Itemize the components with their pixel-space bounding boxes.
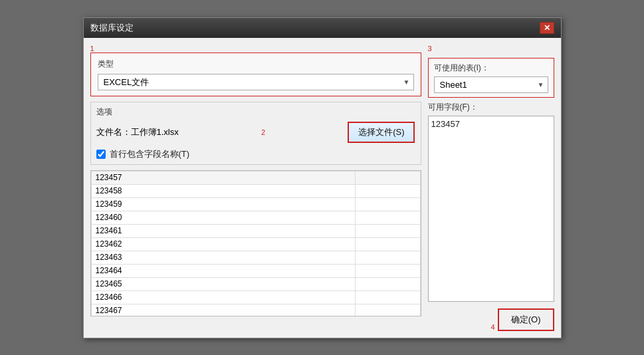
- cell-col1: 123466: [91, 291, 356, 304]
- cell-col2: [356, 211, 420, 224]
- type-section: 类型 EXCEL文件 CSV文件 数据库 ▼: [90, 53, 421, 96]
- cell-col2: [356, 224, 420, 237]
- table-row: 123458: [91, 184, 420, 197]
- checkbox-row: 首行包含字段名称(T): [96, 148, 415, 160]
- fields-value: 123457: [431, 119, 460, 129]
- type-section-header: 1: [90, 45, 421, 53]
- ok-section: 4 确定(O): [428, 308, 554, 331]
- cell-col2: [356, 264, 420, 277]
- type-marker: 1: [90, 45, 94, 53]
- table-row: 123459: [91, 197, 420, 211]
- file-value: 工作簿1.xlsx: [131, 127, 179, 137]
- cell-col1: 123464: [91, 264, 356, 277]
- cell-col1: 123465: [91, 277, 356, 291]
- table-row: 123461: [91, 224, 420, 237]
- options-section: 选项 文件名：工作簿1.xlsx 2 选择文件(S) 首行包含字段名称(T): [90, 102, 421, 165]
- cell-col1: 123459: [91, 197, 356, 211]
- options-label: 选项: [96, 106, 415, 118]
- file-row: 文件名：工作簿1.xlsx 2 选择文件(S): [96, 122, 415, 143]
- cell-col2: [356, 291, 420, 304]
- first-row-checkbox[interactable]: [96, 150, 106, 159]
- file-marker: 2: [261, 128, 265, 136]
- right-panel: 3 可使用的表(I)： Sheet1 Sheet2 Sheet3 ▼ 可用字段(…: [428, 45, 554, 331]
- sheet-select-wrapper: Sheet1 Sheet2 Sheet3 ▼: [434, 76, 548, 93]
- table-row: 123466: [91, 291, 420, 304]
- table-section: 可使用的表(I)： Sheet1 Sheet2 Sheet3 ▼: [428, 58, 554, 98]
- choose-file-button[interactable]: 选择文件(S): [348, 122, 415, 143]
- type-section-wrapper: 1 类型 EXCEL文件 CSV文件 数据库 ▼: [90, 45, 421, 96]
- dialog-body: 1 类型 EXCEL文件 CSV文件 数据库 ▼ 选项: [84, 38, 561, 338]
- cell-col1: 123460: [91, 211, 356, 224]
- type-select[interactable]: EXCEL文件 CSV文件 数据库: [98, 74, 414, 90]
- file-name-display: 文件名：工作簿1.xlsx: [96, 126, 179, 138]
- table-row: 123465: [91, 277, 420, 291]
- sheet-select[interactable]: Sheet1 Sheet2 Sheet3: [434, 76, 548, 93]
- first-row-label: 首行包含字段名称(T): [110, 148, 190, 160]
- table-row: 123460: [91, 211, 420, 224]
- table-row: 123464: [91, 264, 420, 277]
- ok-button[interactable]: 确定(O): [498, 308, 554, 331]
- data-table: 1234571234581234591234601234611234621234…: [91, 171, 421, 316]
- cell-col1: 123461: [91, 224, 356, 237]
- fields-section: 可用字段(F)： 123457: [428, 102, 554, 302]
- table-section-label: 可使用的表(I)：: [434, 62, 548, 74]
- cell-col2: [356, 184, 420, 197]
- cell-col1: 123462: [91, 237, 356, 251]
- cell-col2: [356, 237, 420, 251]
- cell-col2: [356, 197, 420, 211]
- table-row: 123467: [91, 304, 420, 316]
- table-row: 123457: [91, 171, 420, 184]
- cell-col1: 123467: [91, 304, 356, 316]
- cell-col2: [356, 251, 420, 264]
- title-bar: 数据库设定 ✕: [84, 18, 561, 38]
- fields-list: 123457: [428, 116, 554, 302]
- data-table-section: 1234571234581234591234601234611234621234…: [90, 170, 421, 316]
- right-marker: 3: [428, 45, 432, 53]
- ok-marker: 4: [491, 323, 495, 331]
- type-select-wrapper: EXCEL文件 CSV文件 数据库 ▼: [98, 74, 414, 90]
- right-top: 3: [428, 45, 554, 53]
- cell-col1: 123458: [91, 184, 356, 197]
- cell-col2: [356, 277, 420, 291]
- cell-col2: [356, 304, 420, 316]
- cell-col2: [356, 171, 420, 184]
- type-label: 类型: [98, 59, 414, 70]
- dialog-title: 数据库设定: [90, 22, 134, 34]
- left-panel: 1 类型 EXCEL文件 CSV文件 数据库 ▼ 选项: [90, 45, 421, 331]
- close-button[interactable]: ✕: [540, 22, 554, 34]
- cell-col1: 123463: [91, 251, 356, 264]
- file-label: 文件名：: [96, 127, 131, 137]
- fields-label: 可用字段(F)：: [428, 102, 554, 113]
- database-settings-dialog: 数据库设定 ✕ 1 类型 EXCEL文件 CSV文件 数据库: [83, 17, 562, 338]
- table-row: 123462: [91, 237, 420, 251]
- cell-col1: 123457: [91, 171, 356, 184]
- table-row: 123463: [91, 251, 420, 264]
